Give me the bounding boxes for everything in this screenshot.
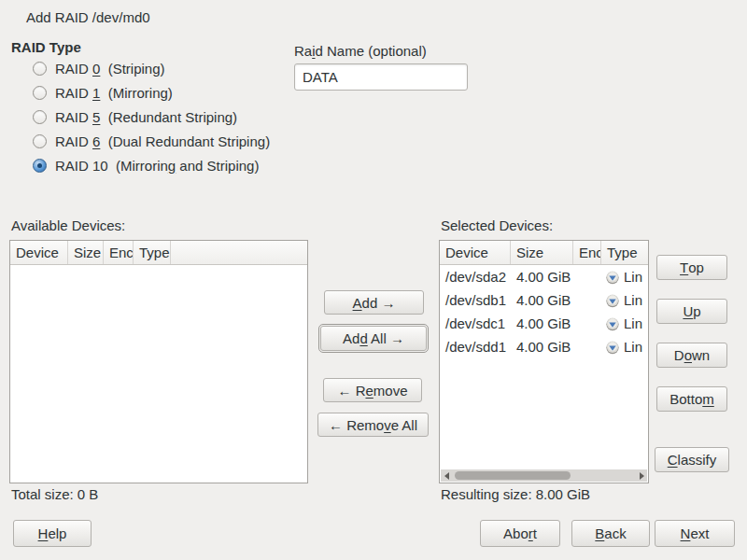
column-header-type[interactable]: Type <box>601 241 648 264</box>
selected-devices-heading: Selected Devices: <box>441 217 553 233</box>
column-header-size[interactable]: Size <box>68 241 104 264</box>
radio-label: RAID 1 (Mirroring) <box>55 85 173 101</box>
up-button[interactable]: Up <box>656 299 727 324</box>
raid-name-label: Raid Name (optional) <box>294 43 427 59</box>
selected-devices-body[interactable]: /dev/sda2 4.00 GiB Lin /dev/sdb1 4.00 Gi… <box>440 265 648 358</box>
cell-device: /dev/sda2 <box>440 269 511 285</box>
cell-size: 4.00 GiB <box>511 315 573 331</box>
resulting-size-label: Resulting size: 8.00 GiB <box>441 486 590 502</box>
radio-label: RAID 0 (Striping) <box>55 61 165 77</box>
radio-raid-0[interactable]: RAID 0 (Striping) <box>33 56 270 80</box>
partition-disk-icon <box>605 293 620 308</box>
radio-icon <box>33 86 47 100</box>
partition-disk-icon <box>605 316 620 331</box>
bottom-button[interactable]: Bottom <box>656 386 727 412</box>
available-devices-heading: Available Devices: <box>11 217 125 233</box>
column-header-enc[interactable]: Enc <box>104 241 134 264</box>
raid-type-radio-group: RAID 0 (Striping) RAID 1 (Mirroring) RAI… <box>33 56 270 177</box>
partition-disk-icon <box>605 340 620 355</box>
remove-all-button[interactable]: ← Remove All <box>317 413 429 437</box>
radio-raid-6[interactable]: RAID 6 (Dual Redundant Striping) <box>33 129 270 153</box>
radio-raid-10[interactable]: RAID 10 (Mirroring and Striping) <box>33 153 270 177</box>
cell-type-label: Lin <box>624 315 642 331</box>
scroll-left-arrow-icon[interactable] <box>441 469 452 482</box>
available-devices-body[interactable] <box>10 265 307 483</box>
cell-type: Lin <box>601 339 648 355</box>
remove-button[interactable]: ← Remove <box>323 378 422 402</box>
table-row[interactable]: /dev/sdb1 4.00 GiB Lin <box>440 288 648 312</box>
radio-icon-checked <box>33 159 47 173</box>
help-button[interactable]: Help <box>13 520 92 547</box>
cell-device: /dev/sdc1 <box>440 315 511 331</box>
down-button[interactable]: Down <box>656 343 727 368</box>
cell-device: /dev/sdb1 <box>440 292 511 308</box>
scrollbar-track[interactable] <box>452 469 636 482</box>
table-row[interactable]: /dev/sda2 4.00 GiB Lin <box>440 265 648 288</box>
raid-type-heading: RAID Type <box>11 39 81 55</box>
cell-size: 4.00 GiB <box>511 269 573 285</box>
radio-label: RAID 10 (Mirroring and Striping) <box>55 158 259 174</box>
dialog-title: Add RAID /dev/md0 <box>26 9 150 25</box>
partition-disk-icon <box>605 270 620 285</box>
add-button[interactable]: Add → <box>324 290 424 315</box>
add-all-button[interactable]: Add All → <box>320 326 427 351</box>
table-header-row: Device Size Enc Type <box>10 241 307 265</box>
add-raid-dialog: { "window": { "title": "Add RAID /dev/md… <box>0 0 747 560</box>
cell-type-label: Lin <box>624 339 642 355</box>
column-header-device[interactable]: Device <box>10 241 68 264</box>
top-button[interactable]: Top <box>656 255 727 280</box>
selected-devices-table[interactable]: Device Size Enc Type /dev/sda2 4.00 GiB … <box>439 240 649 483</box>
cell-type-label: Lin <box>624 292 642 308</box>
total-size-label: Total size: 0 B <box>11 486 98 502</box>
table-header-row: Device Size Enc Type <box>440 241 648 265</box>
scroll-right-arrow-icon[interactable] <box>636 469 647 482</box>
cell-device: /dev/sdd1 <box>440 339 511 355</box>
cell-type-label: Lin <box>624 269 642 285</box>
column-header-type[interactable]: Type <box>134 241 171 264</box>
scrollbar-thumb[interactable] <box>455 471 571 480</box>
column-header-size[interactable]: Size <box>511 241 573 264</box>
column-header-enc[interactable]: Enc <box>573 241 601 264</box>
radio-label: RAID 6 (Dual Redundant Striping) <box>55 133 270 149</box>
raid-name-input[interactable] <box>294 63 468 91</box>
column-header-device[interactable]: Device <box>440 241 511 264</box>
cell-type: Lin <box>601 269 648 285</box>
radio-raid-5[interactable]: RAID 5 (Redundant Striping) <box>33 105 270 129</box>
radio-icon <box>33 62 47 76</box>
classify-button[interactable]: Classify <box>655 447 729 472</box>
next-button[interactable]: Next <box>655 520 735 547</box>
radio-icon <box>33 110 47 124</box>
radio-label: RAID 5 (Redundant Striping) <box>55 109 237 125</box>
cell-size: 4.00 GiB <box>511 339 573 355</box>
table-row[interactable]: /dev/sdc1 4.00 GiB Lin <box>440 312 648 335</box>
back-button[interactable]: Back <box>571 520 650 547</box>
cell-type: Lin <box>601 315 648 331</box>
horizontal-scrollbar[interactable] <box>441 469 647 482</box>
cell-size: 4.00 GiB <box>511 292 573 308</box>
table-row[interactable]: /dev/sdd1 4.00 GiB Lin <box>440 335 648 358</box>
radio-raid-1[interactable]: RAID 1 (Mirroring) <box>33 80 270 105</box>
column-header-filler <box>171 241 307 264</box>
cell-type: Lin <box>601 292 648 308</box>
abort-button[interactable]: Abort <box>480 520 560 547</box>
available-devices-table[interactable]: Device Size Enc Type <box>9 240 308 483</box>
radio-icon <box>33 134 47 148</box>
